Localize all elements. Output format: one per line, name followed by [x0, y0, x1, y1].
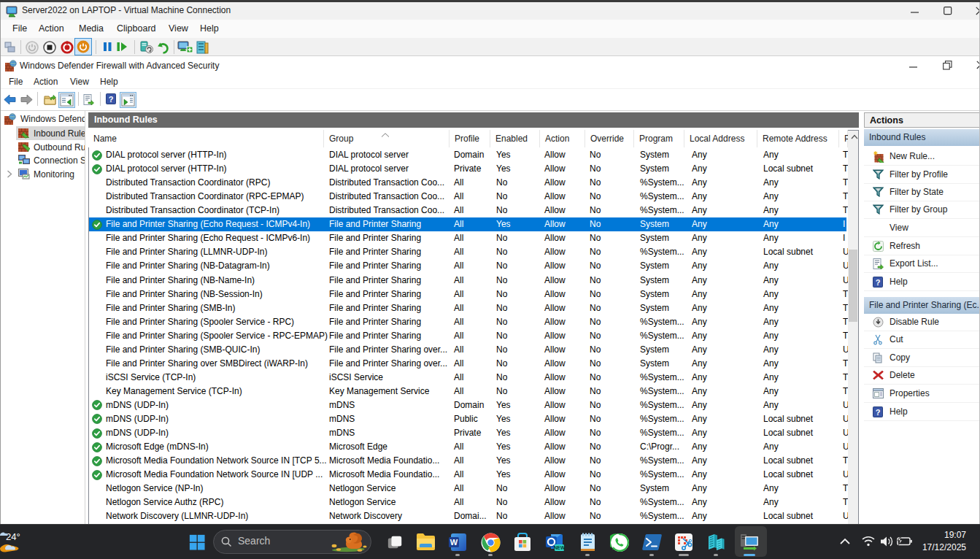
svg-text:?: ?	[876, 408, 881, 417]
svg-text:NEW: NEW	[553, 545, 564, 550]
svg-text:?: ?	[109, 95, 114, 104]
svg-text:?: ?	[876, 278, 881, 287]
svg-text:W: W	[450, 538, 458, 547]
